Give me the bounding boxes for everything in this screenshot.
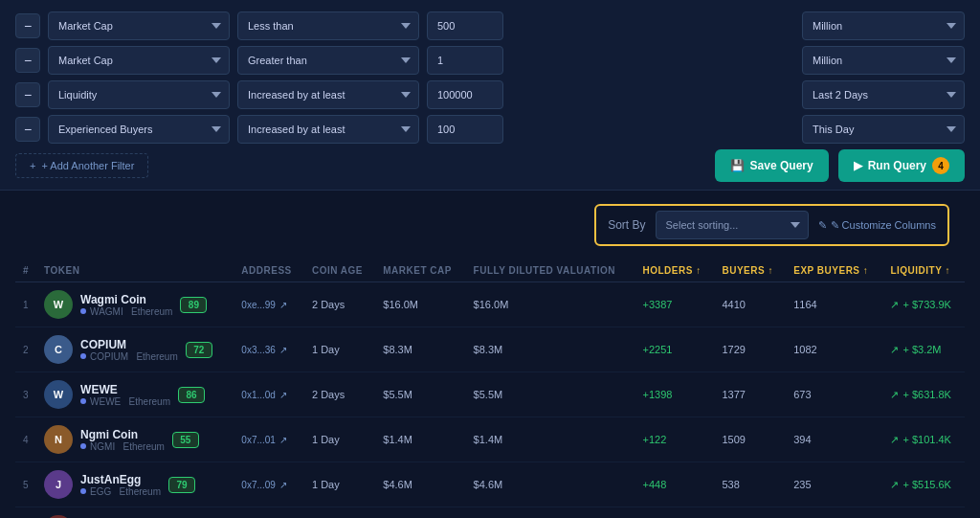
external-link-icon[interactable]: ↗: [279, 300, 287, 310]
filter-operator-4[interactable]: Increased by at least: [237, 115, 419, 144]
filter-field-2[interactable]: Market Cap: [48, 46, 230, 75]
token-name: JustAnEgg: [80, 473, 161, 486]
token-avatar: C: [44, 335, 73, 364]
cell-coin-age: 15 Days: [304, 507, 375, 519]
remove-filter-2[interactable]: −: [15, 48, 40, 73]
cell-buyers: 6130: [715, 507, 787, 519]
chain-dot: [80, 308, 86, 314]
filter-operator-2[interactable]: Greater than: [237, 46, 419, 75]
cell-market-cap: $1.4M: [375, 417, 465, 462]
col-market-cap: MARKET CAP: [375, 259, 465, 282]
cell-fdv: $16.0M: [466, 282, 635, 327]
run-query-button[interactable]: ▶ Run Query 4: [838, 149, 965, 182]
sort-select[interactable]: Select sorting...: [656, 211, 809, 239]
results-table-container: # TOKEN ADDRESS COIN AGE MARKET CAP FULL…: [0, 259, 980, 518]
cell-fdv: $5.5M: [466, 372, 635, 417]
cell-token: C COPIUM COPIUM Ethereum 72: [36, 327, 234, 372]
cell-holders: +122: [635, 417, 714, 462]
liquidity-value: + $515.6K: [902, 479, 950, 490]
cell-address: 0x7...01 ↗: [234, 417, 304, 462]
table-row[interactable]: 1 W Wagmi Coin WAGMI Ethereum 89 0xe...9…: [15, 282, 965, 327]
trend-up-icon: ↗: [890, 299, 899, 311]
filter-row-4: − Experienced Buyers Increased by at lea…: [15, 115, 965, 144]
cell-address: 0x7...09 ↗: [234, 462, 304, 507]
col-holders[interactable]: HOLDERS ↑: [635, 259, 714, 282]
save-query-label: Save Query: [750, 159, 813, 172]
chain-dot: [80, 398, 86, 404]
chain-dot: [80, 443, 86, 449]
cell-exp-buyers: 1164: [786, 282, 882, 327]
cell-holders: +448: [635, 462, 714, 507]
filter-value-2[interactable]: [427, 46, 503, 75]
cell-token: N Ngmi Coin NGMI Ethereum 55: [36, 417, 234, 462]
chain-dot: [80, 488, 86, 494]
cell-token: J JustAnEgg EGG Ethereum 79: [36, 462, 234, 507]
cell-fdv: $4.6M: [466, 462, 635, 507]
filter-operator-1[interactable]: Less than: [237, 11, 419, 40]
cell-exp-buyers: 152: [786, 507, 882, 519]
filter-field-1[interactable]: Market Cap: [48, 11, 230, 40]
token-avatar: W: [44, 290, 73, 319]
filter-timeframe-4[interactable]: This Day: [802, 115, 965, 144]
table-row[interactable]: 2 C COPIUM COPIUM Ethereum 72 0x3...36 ↗: [15, 327, 965, 372]
token-name: Wagmi Coin: [80, 293, 172, 306]
customize-columns-button[interactable]: ✎ ✎ Customize Columns: [818, 219, 936, 232]
table-row[interactable]: 6 B Ben BEN Ethereum 99 0x9...2e ↗ 15 D: [15, 507, 965, 519]
col-buyers[interactable]: BUYERS ↑: [715, 259, 787, 282]
remove-filter-4[interactable]: −: [15, 117, 40, 142]
filter-field-4[interactable]: Experienced Buyers: [48, 115, 230, 144]
token-name: COPIUM: [80, 338, 178, 351]
filter-timeframe-3[interactable]: Last 2 Days: [802, 80, 965, 109]
liquidity-value: + $631.8K: [902, 389, 950, 400]
cell-token: W Wagmi Coin WAGMI Ethereum 89: [36, 282, 234, 327]
remove-filter-3[interactable]: −: [15, 82, 40, 107]
table-row[interactable]: 5 J JustAnEgg EGG Ethereum 79 0x7...09 ↗: [15, 462, 965, 507]
token-ticker: WEWE Ethereum: [80, 396, 170, 407]
filter-value-4[interactable]: [427, 115, 503, 144]
plus-icon: +: [30, 160, 35, 171]
customize-icon: ✎: [818, 219, 827, 232]
results-table: # TOKEN ADDRESS COIN AGE MARKET CAP FULL…: [15, 259, 965, 518]
table-row[interactable]: 3 W WEWE WEWE Ethereum 86 0x1...0d ↗ 2: [15, 372, 965, 417]
save-query-button[interactable]: 💾 Save Query: [715, 149, 829, 182]
cell-num: 6: [15, 507, 36, 519]
col-liquidity[interactable]: LIQUIDITY ↑: [882, 259, 965, 282]
chain-dot: [80, 353, 86, 359]
cell-exp-buyers: 394: [786, 417, 882, 462]
token-ticker: EGG Ethereum: [80, 486, 161, 497]
filter-operator-3[interactable]: Increased by at least: [237, 80, 419, 109]
token-score: 79: [168, 477, 195, 493]
filter-value-3[interactable]: [427, 80, 503, 109]
external-link-icon[interactable]: ↗: [279, 345, 287, 355]
token-score: 72: [186, 342, 212, 358]
filter-unit-1[interactable]: Million: [802, 11, 965, 40]
run-icon: ▶: [854, 159, 862, 172]
address-text: 0x7...09: [241, 480, 276, 490]
filter-field-3[interactable]: Liquidity: [48, 80, 230, 109]
col-exp-buyers[interactable]: EXP BUYERS ↑: [786, 259, 882, 282]
remove-filter-1[interactable]: −: [15, 13, 40, 38]
sort-bar: Sort By Select sorting... ✎ ✎ Customize …: [594, 204, 949, 246]
filter-value-1[interactable]: [427, 11, 503, 40]
col-coin-age: COIN AGE: [304, 259, 375, 282]
filter-unit-2[interactable]: Million: [802, 46, 965, 75]
cell-market-cap: $16.0M: [375, 282, 465, 327]
filter-row-1: − Market Cap Less than Million: [15, 11, 965, 40]
cell-market-cap: $4.6M: [375, 462, 465, 507]
cell-num: 3: [15, 372, 36, 417]
add-filter-button[interactable]: + + Add Another Filter: [15, 153, 148, 178]
external-link-icon[interactable]: ↗: [279, 435, 287, 445]
cell-exp-buyers: 1082: [786, 327, 882, 372]
cell-token: W WEWE WEWE Ethereum 86: [36, 372, 234, 417]
external-link-icon[interactable]: ↗: [279, 480, 287, 490]
cell-holders: +1398: [635, 372, 714, 417]
token-score: 55: [172, 432, 199, 448]
liquidity-value: + $733.9K: [902, 299, 950, 310]
address-text: 0x1...0d: [241, 390, 276, 400]
external-link-icon[interactable]: ↗: [279, 390, 287, 400]
run-query-label: Run Query: [868, 159, 926, 172]
cell-num: 2: [15, 327, 36, 372]
cell-fdv: $25.7M: [466, 507, 635, 519]
cell-num: 4: [15, 417, 36, 462]
table-row[interactable]: 4 N Ngmi Coin NGMI Ethereum 55 0x7...01 …: [15, 417, 965, 462]
